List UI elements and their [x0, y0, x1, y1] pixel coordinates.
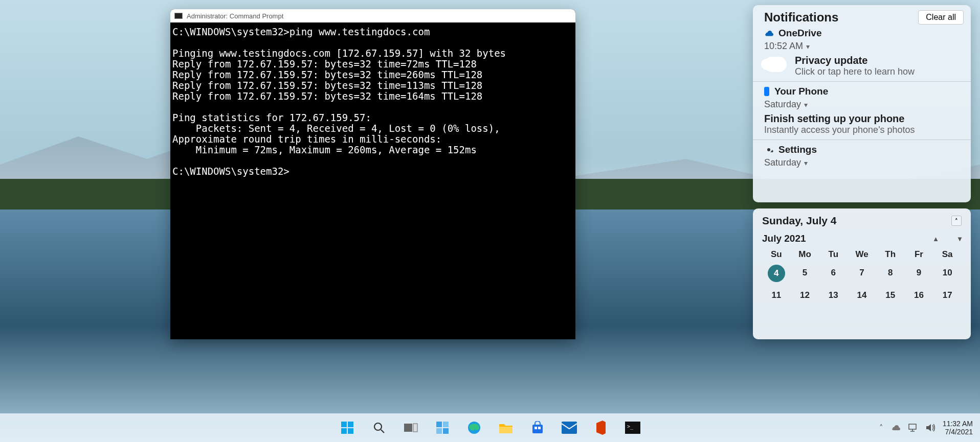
- tray-onedrive-icon[interactable]: [890, 424, 901, 431]
- notification-time[interactable]: Saturday ▾: [764, 99, 964, 110]
- divider: [753, 139, 971, 140]
- divider: [753, 81, 971, 82]
- explorer-button[interactable]: [497, 419, 515, 436]
- cloud-icon: [764, 57, 787, 72]
- svg-rect-2: [341, 428, 347, 434]
- calendar-day[interactable]: 8: [876, 265, 905, 282]
- taskbar-tray: ˄ 11:32 AM 7/4/2021: [879, 420, 973, 436]
- calendar-dow: Sa: [933, 249, 962, 260]
- svg-rect-6: [404, 424, 412, 432]
- calendar-day[interactable]: 12: [791, 287, 819, 304]
- notification-title: Finish setting up your phone: [764, 113, 964, 125]
- notification-subtitle: Instantly access your phone's photos: [764, 125, 964, 135]
- calendar-today-label: Sunday, July 4: [762, 215, 837, 227]
- svg-rect-15: [534, 427, 537, 429]
- notification-title: Privacy update: [795, 55, 915, 66]
- command-prompt-titlebar[interactable]: Administrator: Command Prompt: [170, 9, 575, 22]
- taskbar-date: 7/4/2021: [943, 428, 973, 436]
- notifications-heading: Notifications: [764, 10, 838, 25]
- calendar-dow: Fr: [905, 249, 933, 260]
- tray-volume-icon[interactable]: [925, 423, 936, 432]
- calendar-dow: We: [848, 249, 876, 260]
- svg-rect-9: [443, 422, 449, 427]
- notification-group-settings[interactable]: Settings: [764, 144, 964, 155]
- edge-button[interactable]: [465, 419, 483, 436]
- notification-group-yourphone[interactable]: Your Phone: [764, 86, 964, 97]
- calendar-dow: Su: [762, 249, 791, 260]
- calendar-day[interactable]: 4: [768, 265, 785, 282]
- tray-overflow-button[interactable]: ˄: [879, 423, 883, 432]
- calendar-day[interactable]: 6: [819, 265, 848, 282]
- calendar-day[interactable]: 14: [848, 287, 876, 304]
- svg-rect-10: [436, 428, 442, 434]
- start-button[interactable]: [339, 419, 356, 436]
- taskview-button[interactable]: [402, 419, 419, 436]
- chevron-down-icon: ▾: [804, 101, 808, 109]
- calendar-day[interactable]: 11: [762, 287, 791, 304]
- calendar-month-label[interactable]: July 2021: [762, 233, 806, 244]
- calendar-dow: Th: [876, 249, 905, 260]
- svg-rect-16: [538, 427, 541, 429]
- taskbar: >_ ˄ 11:32 AM 7/4/2021: [0, 413, 980, 442]
- calendar-next-button[interactable]: ▾: [958, 235, 962, 243]
- search-button[interactable]: [370, 419, 388, 436]
- calendar-day[interactable]: 15: [876, 287, 905, 304]
- taskbar-time: 11:32 AM: [943, 420, 973, 428]
- notification-time[interactable]: 10:52 AM ▾: [764, 41, 964, 52]
- svg-rect-1: [348, 422, 353, 427]
- notifications-panel: Notifications Clear all OneDrive 10:52 A…: [753, 5, 971, 202]
- notification-time[interactable]: Saturday ▾: [764, 157, 964, 168]
- notification-subtitle: Click or tap here to learn how: [795, 66, 915, 77]
- notification-app-label: OneDrive: [778, 28, 821, 39]
- command-prompt-output[interactable]: C:\WINDOWS\system32>ping www.testingdocs…: [170, 22, 575, 181]
- svg-rect-8: [436, 422, 442, 427]
- chevron-down-icon: ▾: [804, 159, 808, 167]
- taskbar-center: >_: [339, 419, 641, 436]
- widgets-button[interactable]: [434, 419, 451, 436]
- svg-point-4: [374, 423, 382, 430]
- store-button[interactable]: [529, 419, 546, 436]
- notification-item-phone[interactable]: Finish setting up your phone Instantly a…: [764, 113, 964, 135]
- svg-rect-14: [532, 425, 543, 433]
- notification-app-label: Settings: [778, 144, 817, 155]
- clear-all-button[interactable]: Clear all: [918, 10, 964, 25]
- calendar-day[interactable]: 5: [791, 265, 819, 282]
- calendar-day[interactable]: 9: [905, 265, 933, 282]
- calendar-grid: SuMoTuWeThFrSa4567891011121314151617: [762, 249, 962, 304]
- calendar-day[interactable]: 10: [933, 265, 962, 282]
- calendar-day[interactable]: 16: [905, 287, 933, 304]
- command-prompt-icon: [174, 13, 183, 19]
- gear-icon: [764, 145, 773, 154]
- calendar-dow: Tu: [819, 249, 848, 260]
- command-prompt-window[interactable]: Administrator: Command Prompt C:\WINDOWS…: [170, 9, 575, 339]
- svg-rect-0: [341, 422, 347, 427]
- office-button[interactable]: [592, 419, 610, 436]
- mail-button[interactable]: [561, 419, 578, 436]
- svg-rect-11: [443, 428, 449, 434]
- phone-icon: [764, 87, 769, 96]
- svg-rect-3: [348, 428, 353, 434]
- calendar-prev-button[interactable]: ▴: [934, 235, 938, 243]
- onedrive-icon: [764, 29, 773, 38]
- calendar-day[interactable]: 13: [819, 287, 848, 304]
- calendar-dow: Mo: [791, 249, 819, 260]
- calendar-day[interactable]: 7: [848, 265, 876, 282]
- tray-network-icon[interactable]: [908, 423, 918, 432]
- notification-item-privacy[interactable]: Privacy update Click or tap here to lear…: [764, 55, 964, 77]
- calendar-collapse-button[interactable]: ˄: [951, 216, 962, 226]
- command-prompt-title: Administrator: Command Prompt: [187, 12, 283, 20]
- svg-text:>_: >_: [627, 424, 634, 430]
- svg-line-5: [381, 430, 384, 433]
- notification-app-label: Your Phone: [774, 86, 828, 97]
- svg-rect-17: [562, 422, 577, 434]
- notification-group-onedrive[interactable]: OneDrive: [764, 28, 964, 39]
- svg-rect-20: [909, 424, 916, 429]
- taskbar-clock[interactable]: 11:32 AM 7/4/2021: [943, 420, 973, 436]
- svg-rect-13: [499, 427, 513, 433]
- chevron-down-icon: ▾: [806, 42, 810, 51]
- svg-rect-7: [413, 424, 417, 432]
- calendar-panel: Sunday, July 4 ˄ July 2021 ▴ ▾ SuMoTuWeT…: [753, 208, 971, 339]
- terminal-button[interactable]: >_: [624, 419, 641, 436]
- calendar-day[interactable]: 17: [933, 287, 962, 304]
